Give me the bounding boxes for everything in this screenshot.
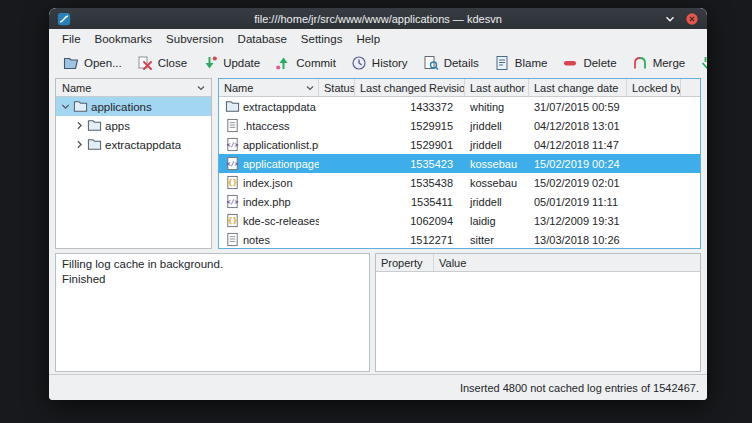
close-button[interactable]: [684, 11, 699, 26]
tree-item-label: apps: [105, 120, 130, 132]
column-header-locked-by[interactable]: Locked by: [627, 79, 681, 96]
toolbar-button-update[interactable]: Update: [196, 52, 266, 74]
file-name-label: kde-sc-releases.json: [243, 215, 319, 227]
titlebar[interactable]: file:///home/jr/src/www/www/applications…: [49, 8, 707, 29]
tree-item-apps[interactable]: apps: [56, 116, 211, 135]
file-name-label: .htaccess: [243, 120, 289, 132]
file-row-notes[interactable]: notes1512271sitter13/03/2018 10:26: [219, 230, 700, 249]
tree-item-applications[interactable]: applications: [56, 97, 211, 116]
menubar: FileBookmarksSubversionDatabaseSettingsH…: [49, 29, 707, 49]
column-header-last-changed-revision[interactable]: Last changed Revision: [355, 79, 465, 96]
file-author-cell: laidig: [465, 211, 529, 230]
menu-help[interactable]: Help: [349, 31, 387, 47]
file-author-cell: jriddell: [465, 192, 529, 211]
toolbar-button-label: Delete: [583, 57, 616, 69]
file-author-cell: jriddell: [465, 135, 529, 154]
expander-collapsed-icon[interactable]: [73, 119, 86, 132]
open-icon: [63, 55, 79, 71]
file-revision-cell: 1535411: [355, 192, 465, 211]
file-status-cell: [319, 154, 355, 173]
toolbar-button-history[interactable]: History: [345, 52, 414, 74]
sort-indicator-icon: [304, 82, 316, 94]
file-lockedby-cell: [627, 211, 681, 230]
menu-subversion[interactable]: Subversion: [159, 31, 231, 47]
toolbar-button-close[interactable]: Close: [131, 52, 193, 74]
column-header-label: Property: [381, 257, 423, 269]
json-file-icon: {}: [225, 213, 240, 228]
chevron-down-icon: [195, 82, 207, 94]
toolbar-button-label: Commit: [296, 57, 336, 69]
file-name-label: applicationpage.php: [243, 158, 319, 170]
blame-icon: [494, 55, 510, 71]
file-list-header: NameStatusLast changed RevisionLast auth…: [219, 79, 700, 97]
file-row-extractappdata[interactable]: extractappdata1433372whiting31/07/2015 0…: [219, 97, 700, 116]
file-status-cell: [319, 116, 355, 135]
file-revision-cell: 1512271: [355, 230, 465, 249]
file-row-index-json[interactable]: {}index.json1535438kossebau15/02/2019 02…: [219, 173, 700, 192]
file-row-kde-sc-releases-json[interactable]: {}kde-sc-releases.json1062094laidig13/12…: [219, 211, 700, 230]
file-status-cell: [319, 97, 355, 116]
file-lockedby-cell: [627, 192, 681, 211]
log-line: Finished: [62, 272, 363, 287]
menu-settings[interactable]: Settings: [294, 31, 350, 47]
file-date-cell: 04/12/2018 11:47: [529, 135, 627, 154]
toolbar-button-merge[interactable]: Merge: [626, 52, 692, 74]
toolbar-button-delete[interactable]: Delete: [556, 52, 622, 74]
json-file-icon: {}: [225, 175, 240, 190]
tree-item-label: applications: [91, 101, 152, 113]
menu-file[interactable]: File: [55, 31, 88, 47]
column-header-last-change-date[interactable]: Last change date: [529, 79, 627, 96]
toolbar-button-commit[interactable]: Commit: [269, 52, 342, 74]
file-name-label: extractappdata: [243, 101, 316, 113]
file-status-cell: [319, 173, 355, 192]
toolbar-button-label: Close: [158, 57, 187, 69]
properties-panel: PropertyValue: [375, 253, 701, 372]
file-row-index-php[interactable]: </>index.php1535411jriddell05/01/2019 11…: [219, 192, 700, 211]
file-list-body: extractappdata1433372whiting31/07/2015 0…: [219, 97, 700, 249]
file-name-label: index.json: [243, 177, 293, 189]
toolbar-button-label: Merge: [653, 57, 686, 69]
file-name-cell: </>applicationlist.php: [219, 135, 319, 154]
file-name-cell: {}index.json: [219, 173, 319, 192]
file-name-cell: extractappdata: [219, 97, 319, 116]
expander-expanded-icon[interactable]: [59, 100, 72, 113]
file-author-cell: kossebau: [465, 173, 529, 192]
file-revision-cell: 1535438: [355, 173, 465, 192]
file-author-cell: sitter: [465, 230, 529, 249]
delete-icon: [562, 55, 578, 71]
toolbar-button-blame[interactable]: Blame: [488, 52, 554, 74]
file-revision-cell: 1433372: [355, 97, 465, 116]
tree-item-label: extractappdata: [105, 139, 181, 151]
file-row-applicationlist-php[interactable]: </>applicationlist.php1529901jriddell04/…: [219, 135, 700, 154]
file-row-htaccess[interactable]: .htaccess1529915jriddell04/12/2018 13:01: [219, 116, 700, 135]
file-name-label: notes: [243, 234, 270, 246]
column-header-last-author[interactable]: Last author: [465, 79, 529, 96]
merge-icon: [632, 55, 648, 71]
tree-body: applicationsappsextractappdata: [56, 97, 211, 154]
column-header-label: Last change date: [534, 82, 618, 94]
column-header-label: Last changed Revision: [360, 82, 465, 94]
toolbar-button-details[interactable]: Details: [417, 52, 485, 74]
file-row-applicationpage-php[interactable]: </>applicationpage.php1535423kossebau15/…: [219, 154, 700, 173]
svg-text:{}: {}: [228, 216, 238, 225]
toolbar-button-checkout[interactable]: Checkout: [694, 52, 707, 74]
toolbar-button-label: Update: [223, 57, 260, 69]
menu-bookmarks[interactable]: Bookmarks: [88, 31, 160, 47]
expander-collapsed-icon[interactable]: [73, 138, 86, 151]
file-name-label: index.php: [243, 196, 291, 208]
tree-header[interactable]: Name: [56, 79, 211, 97]
file-status-cell: [319, 230, 355, 249]
column-header-name[interactable]: Name: [219, 79, 319, 96]
column-header-label: Last author: [470, 82, 525, 94]
menu-database[interactable]: Database: [231, 31, 294, 47]
tree-item-extractappdata[interactable]: extractappdata: [56, 135, 211, 154]
column-header-value[interactable]: Value: [434, 254, 700, 271]
file-lockedby-cell: [627, 116, 681, 135]
commit-icon: [275, 55, 291, 71]
file-date-cell: 13/03/2018 10:26: [529, 230, 627, 249]
toolbar-button-open[interactable]: Open...: [57, 52, 128, 74]
minimize-button[interactable]: [662, 11, 677, 26]
file-status-cell: [319, 135, 355, 154]
column-header-status[interactable]: Status: [319, 79, 355, 96]
column-header-property[interactable]: Property: [376, 254, 434, 271]
